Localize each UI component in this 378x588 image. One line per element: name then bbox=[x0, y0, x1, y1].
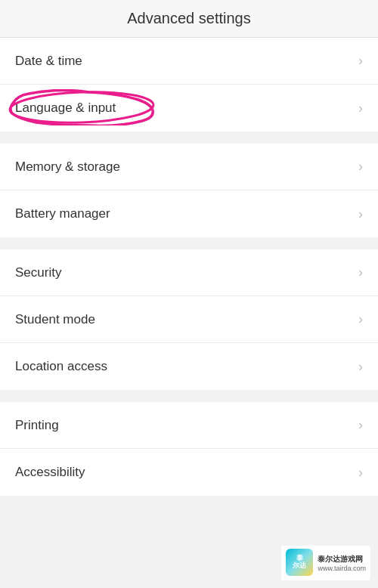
chevron-icon: › bbox=[358, 465, 363, 481]
student-mode-label: Student mode bbox=[15, 312, 95, 327]
memory-storage-label: Memory & storage bbox=[15, 159, 120, 175]
watermark: 泰尔达 泰尔达游戏网 www.tairda.com bbox=[281, 546, 370, 580]
settings-item-date-time[interactable]: Date & time › bbox=[0, 38, 378, 85]
settings-item-printing[interactable]: Printing › bbox=[0, 402, 378, 449]
settings-item-security[interactable]: Security › bbox=[0, 249, 378, 296]
chevron-icon: › bbox=[358, 265, 363, 280]
page-header: Advanced settings bbox=[0, 0, 378, 38]
chevron-icon: › bbox=[358, 53, 363, 69]
chevron-icon: › bbox=[358, 359, 363, 375]
settings-item-student-mode[interactable]: Student mode › bbox=[0, 296, 378, 343]
settings-item-location-access[interactable]: Location access › bbox=[0, 343, 378, 390]
battery-manager-label: Battery manager bbox=[15, 206, 110, 221]
accessibility-label: Accessibility bbox=[15, 465, 85, 480]
section-divider-2 bbox=[0, 243, 378, 249]
printing-label: Printing bbox=[15, 418, 59, 433]
watermark-text: 泰尔达游戏网 www.tairda.com bbox=[318, 554, 366, 572]
section-divider-3 bbox=[0, 396, 378, 402]
location-access-label: Location access bbox=[15, 359, 107, 374]
settings-group-4: Printing › Accessibility › bbox=[0, 402, 378, 496]
chevron-icon: › bbox=[358, 206, 363, 222]
settings-item-battery-manager[interactable]: Battery manager › bbox=[0, 190, 378, 237]
security-label: Security bbox=[15, 265, 61, 280]
settings-item-language-input[interactable]: Language & input › bbox=[0, 85, 378, 132]
chevron-icon: › bbox=[358, 311, 363, 327]
settings-group-3: Security › Student mode › Location acces… bbox=[0, 249, 378, 390]
section-divider-1 bbox=[0, 138, 378, 144]
settings-item-accessibility[interactable]: Accessibility › bbox=[0, 449, 378, 496]
settings-item-memory-storage[interactable]: Memory & storage › bbox=[0, 144, 378, 190]
settings-group-2: Memory & storage › Battery manager › bbox=[0, 144, 378, 237]
language-input-label: Language & input bbox=[15, 101, 116, 116]
page-title: Advanced settings bbox=[127, 10, 250, 27]
chevron-icon: › bbox=[358, 159, 363, 175]
chevron-icon: › bbox=[358, 101, 363, 116]
date-time-label: Date & time bbox=[15, 54, 82, 69]
chevron-icon: › bbox=[358, 417, 363, 433]
settings-group-1: Date & time › Language & input › bbox=[0, 38, 378, 132]
